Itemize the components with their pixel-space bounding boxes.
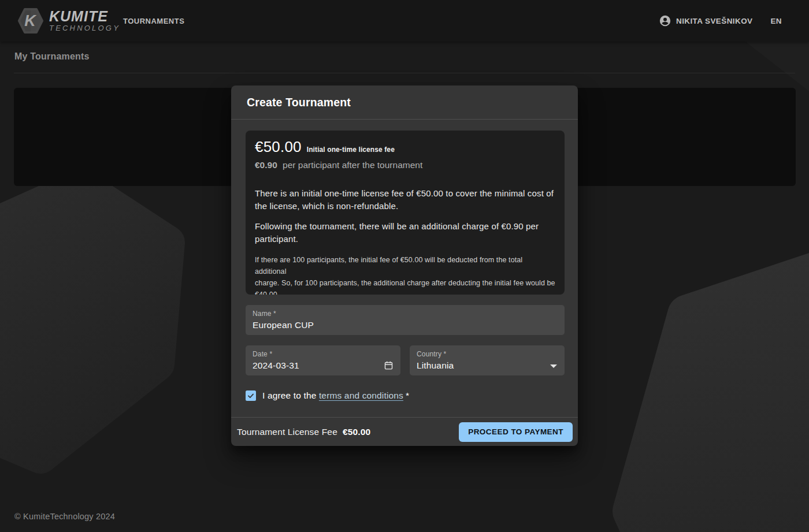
country-select-label: Country *	[417, 350, 446, 358]
checkmark-icon	[247, 392, 255, 400]
required-asterisk: *	[406, 390, 409, 400]
initial-fee-amount: €50.00	[255, 138, 302, 156]
per-participant-amount: €0.90	[255, 160, 277, 170]
background-hexagon-top-right	[745, 42, 809, 91]
modal-title: Create Tournament	[247, 96, 351, 109]
user-avatar-icon	[659, 14, 671, 27]
date-field-value: 2024-03-31	[253, 360, 299, 371]
initial-fee-caption: Initial one-time license fee	[307, 146, 395, 154]
background-hexagon-left	[0, 186, 168, 456]
date-field-label: Date *	[253, 350, 272, 358]
fee-paragraph-1: There is an initial one-time license fee…	[255, 187, 555, 213]
copyright: © KumiteTechnology 2024	[14, 512, 115, 521]
per-participant-caption: per participant after the tournament	[283, 160, 422, 170]
user-name: NIKITA SVEŠNIKOV	[676, 17, 752, 25]
country-select-value: Lithuania	[417, 360, 454, 371]
chevron-down-icon	[550, 364, 557, 368]
nav-item-tournaments[interactable]: TOURNAMENTS	[123, 0, 184, 42]
terms-agreement-row: I agree to the terms and conditions*	[246, 390, 409, 401]
proceed-to-payment-button[interactable]: PROCEED TO PAYMENT	[459, 422, 573, 442]
language-selector[interactable]: EN	[770, 17, 782, 25]
name-field[interactable]: Name * European CUP	[246, 305, 565, 335]
calendar-icon[interactable]	[384, 360, 394, 370]
terms-agreement-prefix: I agree to the	[262, 390, 319, 400]
user-menu[interactable]: NIKITA SVEŠNIKOV	[659, 14, 752, 27]
name-field-value: European CUP	[253, 320, 314, 330]
title-divider	[14, 73, 795, 73]
brand-wordmark: KUMITE TECHNOLOGY	[49, 9, 120, 33]
license-fee-value: €50.00	[343, 427, 370, 437]
fee-paragraph-2: Following the tournament, there will be …	[255, 220, 555, 245]
navbar-right: NIKITA SVEŠNIKOV EN	[659, 0, 782, 42]
top-navbar: K KUMITE TECHNOLOGY TOURNAMENTS NIKITA S…	[0, 0, 809, 42]
create-tournament-modal: Create Tournament €50.00 Initial one-tim…	[231, 85, 578, 446]
date-field[interactable]: Date * 2024-03-31	[246, 345, 400, 375]
brand-hexagon-icon: K	[17, 8, 44, 34]
brand-logo[interactable]: K KUMITE TECHNOLOGY	[17, 8, 120, 34]
background-hexagon-right	[633, 263, 809, 532]
brand-name: KUMITE	[49, 9, 120, 24]
modal-footer: Tournament License Fee €50.00 PROCEED TO…	[231, 417, 578, 446]
terms-agreement-label: I agree to the terms and conditions*	[262, 390, 409, 401]
page-title: My Tournaments	[14, 51, 90, 62]
license-fee-info-box: €50.00 Initial one-time license fee €0.9…	[246, 131, 565, 295]
nav-item-label: TOURNAMENTS	[123, 17, 184, 25]
name-field-label: Name *	[253, 310, 276, 318]
brand-monogram: K	[17, 8, 43, 34]
terms-checkbox[interactable]	[246, 390, 256, 401]
per-participant-fee-line: €0.90 per participant after the tourname…	[255, 160, 555, 170]
initial-fee-line: €50.00 Initial one-time license fee	[255, 138, 555, 156]
country-select[interactable]: Country * Lithuania	[410, 345, 565, 375]
fee-paragraph-3: If there are 100 participants, the initi…	[255, 254, 555, 295]
terms-and-conditions-link[interactable]: terms and conditions	[319, 390, 403, 400]
license-fee-label: Tournament License Fee	[237, 427, 337, 437]
tournament-license-fee: Tournament License Fee €50.00	[236, 427, 370, 437]
brand-subtitle: TECHNOLOGY	[49, 24, 120, 33]
modal-header: Create Tournament	[231, 85, 578, 120]
